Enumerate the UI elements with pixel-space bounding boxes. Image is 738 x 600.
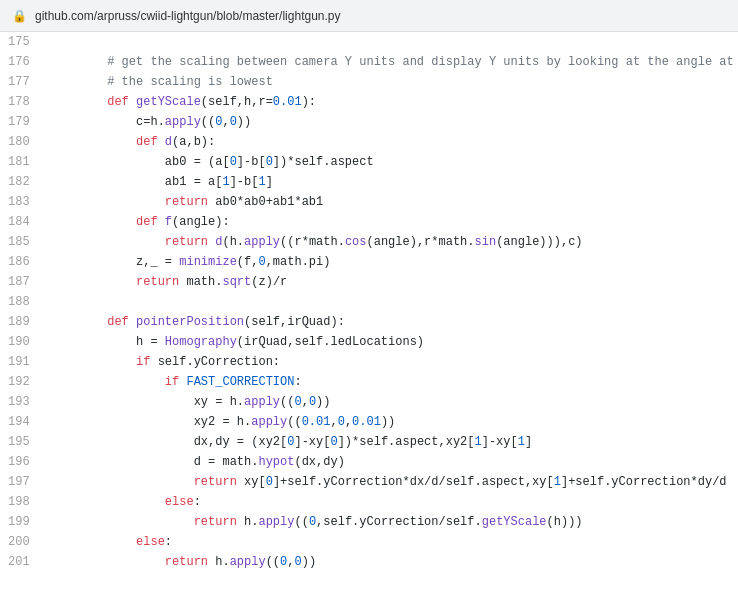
table-row: 195 dx,dy = (xy2[0]-xy[0])*self.aspect,x… <box>0 432 738 452</box>
line-number: 190 <box>0 332 46 352</box>
table-row: 198 else: <box>0 492 738 512</box>
line-number: 181 <box>0 152 46 172</box>
line-code: def d(a,b): <box>46 132 738 152</box>
table-row: 181 ab0 = (a[0]-b[0])*self.aspect <box>0 152 738 172</box>
table-row: 177 # the scaling is lowest <box>0 72 738 92</box>
line-number: 194 <box>0 412 46 432</box>
line-code: d = math.hypot(dx,dy) <box>46 452 738 472</box>
table-row: 179 c=h.apply((0,0)) <box>0 112 738 132</box>
line-code: if self.yCorrection: <box>46 352 738 372</box>
line-code: def f(angle): <box>46 212 738 232</box>
line-code: xy = h.apply((0,0)) <box>46 392 738 412</box>
line-number: 198 <box>0 492 46 512</box>
line-code: # get the scaling between camera Y units… <box>46 52 738 72</box>
line-code: return ab0*ab0+ab1*ab1 <box>46 192 738 212</box>
line-code: if FAST_CORRECTION: <box>46 372 738 392</box>
line-code: def getYScale(self,h,r=0.01): <box>46 92 738 112</box>
line-number: 196 <box>0 452 46 472</box>
table-row: 190 h = Homography(irQuad,self.ledLocati… <box>0 332 738 352</box>
line-number: 193 <box>0 392 46 412</box>
line-number: 189 <box>0 312 46 332</box>
table-row: 186 z,_ = minimize(f,0,math.pi) <box>0 252 738 272</box>
table-row: 188 <box>0 292 738 312</box>
line-code: else: <box>46 532 738 552</box>
line-number: 191 <box>0 352 46 372</box>
table-row: 196 d = math.hypot(dx,dy) <box>0 452 738 472</box>
line-number: 199 <box>0 512 46 532</box>
line-code: return math.sqrt(z)/r <box>46 272 738 292</box>
lock-icon: 🔒 <box>12 9 27 23</box>
table-row: 185 return d(h.apply((r*math.cos(angle),… <box>0 232 738 252</box>
table-row: 201 return h.apply((0,0)) <box>0 552 738 572</box>
line-number: 180 <box>0 132 46 152</box>
line-number: 177 <box>0 72 46 92</box>
code-table: 175 176 # get the scaling between camera… <box>0 32 738 572</box>
line-number: 186 <box>0 252 46 272</box>
table-row: 180 def d(a,b): <box>0 132 738 152</box>
line-number: 175 <box>0 32 46 52</box>
line-number: 176 <box>0 52 46 72</box>
line-number: 188 <box>0 292 46 312</box>
line-code: return h.apply((0,self.yCorrection/self.… <box>46 512 738 532</box>
line-code: h = Homography(irQuad,self.ledLocations) <box>46 332 738 352</box>
line-code: def pointerPosition(self,irQuad): <box>46 312 738 332</box>
line-code: xy2 = h.apply((0.01,0,0.01)) <box>46 412 738 432</box>
table-row: 183 return ab0*ab0+ab1*ab1 <box>0 192 738 212</box>
code-container: 175 176 # get the scaling between camera… <box>0 32 738 600</box>
line-number: 183 <box>0 192 46 212</box>
table-row: 175 <box>0 32 738 52</box>
line-number: 182 <box>0 172 46 192</box>
line-code: dx,dy = (xy2[0]-xy[0])*self.aspect,xy2[1… <box>46 432 738 452</box>
line-number: 184 <box>0 212 46 232</box>
table-row: 193 xy = h.apply((0,0)) <box>0 392 738 412</box>
line-code <box>46 32 738 52</box>
line-code: return h.apply((0,0)) <box>46 552 738 572</box>
table-row: 194 xy2 = h.apply((0.01,0,0.01)) <box>0 412 738 432</box>
table-row: 176 # get the scaling between camera Y u… <box>0 52 738 72</box>
table-row: 199 return h.apply((0,self.yCorrection/s… <box>0 512 738 532</box>
line-code: return xy[0]+self.yCorrection*dx/d/self.… <box>46 472 738 492</box>
table-row: 184 def f(angle): <box>0 212 738 232</box>
line-code <box>46 292 738 312</box>
line-number: 192 <box>0 372 46 392</box>
line-number: 185 <box>0 232 46 252</box>
table-row: 192 if FAST_CORRECTION: <box>0 372 738 392</box>
table-row: 178 def getYScale(self,h,r=0.01): <box>0 92 738 112</box>
line-number: 195 <box>0 432 46 452</box>
line-code: # the scaling is lowest <box>46 72 738 92</box>
line-number: 197 <box>0 472 46 492</box>
line-number: 201 <box>0 552 46 572</box>
table-row: 191 if self.yCorrection: <box>0 352 738 372</box>
browser-bar: 🔒 github.com/arpruss/cwiid-lightgun/blob… <box>0 0 738 32</box>
line-number: 200 <box>0 532 46 552</box>
line-code: c=h.apply((0,0)) <box>46 112 738 132</box>
line-code: else: <box>46 492 738 512</box>
line-code: ab1 = a[1]-b[1] <box>46 172 738 192</box>
line-code: ab0 = (a[0]-b[0])*self.aspect <box>46 152 738 172</box>
url-bar: github.com/arpruss/cwiid-lightgun/blob/m… <box>35 9 341 23</box>
table-row: 197 return xy[0]+self.yCorrection*dx/d/s… <box>0 472 738 492</box>
table-row: 189 def pointerPosition(self,irQuad): <box>0 312 738 332</box>
line-number: 179 <box>0 112 46 132</box>
line-number: 178 <box>0 92 46 112</box>
table-row: 187 return math.sqrt(z)/r <box>0 272 738 292</box>
table-row: 182 ab1 = a[1]-b[1] <box>0 172 738 192</box>
table-row: 200 else: <box>0 532 738 552</box>
line-number: 187 <box>0 272 46 292</box>
line-code: z,_ = minimize(f,0,math.pi) <box>46 252 738 272</box>
line-code: return d(h.apply((r*math.cos(angle),r*ma… <box>46 232 738 252</box>
